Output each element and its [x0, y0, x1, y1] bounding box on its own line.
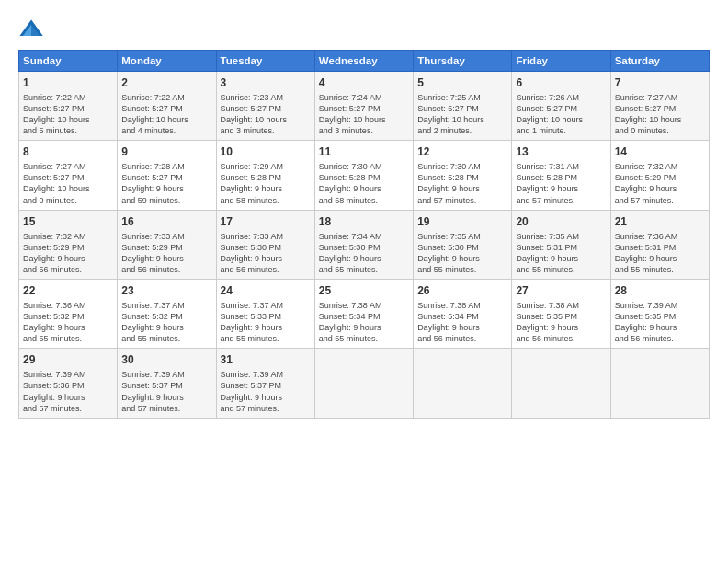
day-number: 7: [615, 75, 705, 91]
day-info: Sunrise: 7:39 AM Sunset: 5:37 PM Dayligh…: [221, 369, 311, 414]
day-number: 18: [319, 214, 409, 230]
day-info: Sunrise: 7:27 AM Sunset: 5:27 PM Dayligh…: [615, 92, 705, 137]
day-number: 5: [417, 75, 507, 91]
day-number: 30: [121, 352, 211, 368]
day-number: 4: [319, 75, 409, 91]
day-number: 23: [121, 283, 211, 299]
day-cell: 1Sunrise: 7:22 AM Sunset: 5:27 PM Daylig…: [19, 72, 118, 141]
day-number: 9: [121, 144, 211, 160]
day-info: Sunrise: 7:27 AM Sunset: 5:27 PM Dayligh…: [23, 161, 113, 206]
day-cell: 27Sunrise: 7:38 AM Sunset: 5:35 PM Dayli…: [512, 280, 610, 349]
day-number: 21: [615, 214, 705, 230]
day-cell: [512, 349, 610, 418]
day-cell: 8Sunrise: 7:27 AM Sunset: 5:27 PM Daylig…: [19, 141, 118, 210]
day-cell: 2Sunrise: 7:22 AM Sunset: 5:27 PM Daylig…: [118, 72, 216, 141]
day-info: Sunrise: 7:35 AM Sunset: 5:31 PM Dayligh…: [516, 231, 606, 276]
col-header-tuesday: Tuesday: [216, 51, 314, 72]
day-info: Sunrise: 7:33 AM Sunset: 5:30 PM Dayligh…: [221, 231, 311, 276]
week-row-2: 8Sunrise: 7:27 AM Sunset: 5:27 PM Daylig…: [19, 141, 710, 210]
day-cell: 18Sunrise: 7:34 AM Sunset: 5:30 PM Dayli…: [314, 210, 413, 279]
day-info: Sunrise: 7:36 AM Sunset: 5:31 PM Dayligh…: [615, 231, 705, 276]
day-number: 29: [23, 352, 113, 368]
day-cell: 6Sunrise: 7:26 AM Sunset: 5:27 PM Daylig…: [512, 72, 610, 141]
calendar-table: SundayMondayTuesdayWednesdayThursdayFrid…: [18, 50, 710, 419]
day-number: 12: [417, 144, 507, 160]
day-info: Sunrise: 7:29 AM Sunset: 5:28 PM Dayligh…: [221, 161, 311, 206]
week-row-1: 1Sunrise: 7:22 AM Sunset: 5:27 PM Daylig…: [19, 72, 710, 141]
day-cell: [414, 349, 512, 418]
day-cell: 24Sunrise: 7:37 AM Sunset: 5:33 PM Dayli…: [216, 280, 314, 349]
header-row: SundayMondayTuesdayWednesdayThursdayFrid…: [19, 51, 710, 72]
day-info: Sunrise: 7:34 AM Sunset: 5:30 PM Dayligh…: [319, 231, 409, 276]
day-cell: 5Sunrise: 7:25 AM Sunset: 5:27 PM Daylig…: [414, 72, 512, 141]
day-number: 22: [23, 283, 113, 299]
week-row-3: 15Sunrise: 7:32 AM Sunset: 5:29 PM Dayli…: [19, 210, 710, 279]
col-header-thursday: Thursday: [414, 51, 512, 72]
day-info: Sunrise: 7:33 AM Sunset: 5:29 PM Dayligh…: [121, 231, 211, 276]
day-info: Sunrise: 7:38 AM Sunset: 5:35 PM Dayligh…: [516, 300, 606, 345]
day-info: Sunrise: 7:36 AM Sunset: 5:32 PM Dayligh…: [23, 300, 113, 345]
logo: [18, 17, 48, 42]
day-number: 6: [516, 75, 606, 91]
day-number: 10: [221, 144, 311, 160]
day-info: Sunrise: 7:30 AM Sunset: 5:28 PM Dayligh…: [319, 161, 409, 206]
week-row-5: 29Sunrise: 7:39 AM Sunset: 5:36 PM Dayli…: [19, 349, 710, 418]
day-number: 3: [221, 75, 311, 91]
day-cell: 3Sunrise: 7:23 AM Sunset: 5:27 PM Daylig…: [216, 72, 314, 141]
col-header-wednesday: Wednesday: [314, 51, 413, 72]
day-cell: 12Sunrise: 7:30 AM Sunset: 5:28 PM Dayli…: [414, 141, 512, 210]
day-number: 13: [516, 144, 606, 160]
day-number: 2: [121, 75, 211, 91]
day-info: Sunrise: 7:39 AM Sunset: 5:35 PM Dayligh…: [615, 300, 705, 345]
day-cell: 13Sunrise: 7:31 AM Sunset: 5:28 PM Dayli…: [512, 141, 610, 210]
day-number: 17: [221, 214, 311, 230]
day-info: Sunrise: 7:24 AM Sunset: 5:27 PM Dayligh…: [319, 92, 409, 137]
day-info: Sunrise: 7:38 AM Sunset: 5:34 PM Dayligh…: [319, 300, 409, 345]
day-number: 11: [319, 144, 409, 160]
day-info: Sunrise: 7:25 AM Sunset: 5:27 PM Dayligh…: [417, 92, 507, 137]
day-cell: 22Sunrise: 7:36 AM Sunset: 5:32 PM Dayli…: [19, 280, 118, 349]
day-number: 19: [417, 214, 507, 230]
day-cell: 11Sunrise: 7:30 AM Sunset: 5:28 PM Dayli…: [314, 141, 413, 210]
day-info: Sunrise: 7:32 AM Sunset: 5:29 PM Dayligh…: [23, 231, 113, 276]
logo-icon: [18, 17, 44, 42]
day-info: Sunrise: 7:35 AM Sunset: 5:30 PM Dayligh…: [417, 231, 507, 276]
day-info: Sunrise: 7:26 AM Sunset: 5:27 PM Dayligh…: [516, 92, 606, 137]
day-info: Sunrise: 7:39 AM Sunset: 5:37 PM Dayligh…: [121, 369, 211, 414]
day-cell: 31Sunrise: 7:39 AM Sunset: 5:37 PM Dayli…: [216, 349, 314, 418]
day-number: 20: [516, 214, 606, 230]
day-info: Sunrise: 7:37 AM Sunset: 5:33 PM Dayligh…: [221, 300, 311, 345]
day-info: Sunrise: 7:22 AM Sunset: 5:27 PM Dayligh…: [23, 92, 113, 137]
col-header-saturday: Saturday: [610, 51, 709, 72]
day-cell: [314, 349, 413, 418]
day-number: 16: [121, 214, 211, 230]
day-info: Sunrise: 7:30 AM Sunset: 5:28 PM Dayligh…: [417, 161, 507, 206]
day-cell: 7Sunrise: 7:27 AM Sunset: 5:27 PM Daylig…: [610, 72, 709, 141]
day-info: Sunrise: 7:23 AM Sunset: 5:27 PM Dayligh…: [221, 92, 311, 137]
col-header-friday: Friday: [512, 51, 610, 72]
day-number: 24: [221, 283, 311, 299]
day-number: 31: [221, 352, 311, 368]
day-info: Sunrise: 7:22 AM Sunset: 5:27 PM Dayligh…: [121, 92, 211, 137]
day-number: 26: [417, 283, 507, 299]
day-number: 28: [615, 283, 705, 299]
day-info: Sunrise: 7:38 AM Sunset: 5:34 PM Dayligh…: [417, 300, 507, 345]
day-cell: 19Sunrise: 7:35 AM Sunset: 5:30 PM Dayli…: [414, 210, 512, 279]
header: [18, 17, 710, 42]
day-cell: 29Sunrise: 7:39 AM Sunset: 5:36 PM Dayli…: [19, 349, 118, 418]
day-number: 15: [23, 214, 113, 230]
day-cell: 26Sunrise: 7:38 AM Sunset: 5:34 PM Dayli…: [414, 280, 512, 349]
svg-marker-2: [31, 20, 43, 37]
day-cell: 28Sunrise: 7:39 AM Sunset: 5:35 PM Dayli…: [610, 280, 709, 349]
day-info: Sunrise: 7:32 AM Sunset: 5:29 PM Dayligh…: [615, 161, 705, 206]
day-cell: 30Sunrise: 7:39 AM Sunset: 5:37 PM Dayli…: [118, 349, 216, 418]
day-number: 8: [23, 144, 113, 160]
day-cell: 14Sunrise: 7:32 AM Sunset: 5:29 PM Dayli…: [610, 141, 709, 210]
page: SundayMondayTuesdayWednesdayThursdayFrid…: [0, 0, 728, 428]
day-cell: 25Sunrise: 7:38 AM Sunset: 5:34 PM Dayli…: [314, 280, 413, 349]
day-cell: 9Sunrise: 7:28 AM Sunset: 5:27 PM Daylig…: [118, 141, 216, 210]
week-row-4: 22Sunrise: 7:36 AM Sunset: 5:32 PM Dayli…: [19, 280, 710, 349]
day-number: 27: [516, 283, 606, 299]
day-cell: 16Sunrise: 7:33 AM Sunset: 5:29 PM Dayli…: [118, 210, 216, 279]
day-cell: 10Sunrise: 7:29 AM Sunset: 5:28 PM Dayli…: [216, 141, 314, 210]
